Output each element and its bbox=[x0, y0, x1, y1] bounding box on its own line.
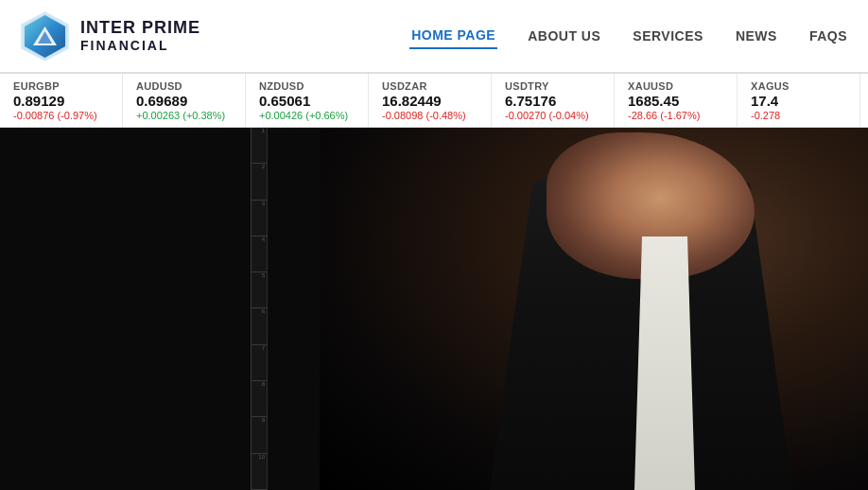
ticker-bar: EURGBP 0.89129 -0.00876 (-0.97%) AUDUSD … bbox=[0, 73, 868, 128]
ticker-change: -0.08098 (-0.48%) bbox=[382, 110, 474, 121]
ticker-change: -28.66 (-1.67%) bbox=[628, 110, 720, 121]
ticker-price: 6.75176 bbox=[505, 93, 597, 109]
ticker-change: +0.00263 (+0.38%) bbox=[136, 110, 228, 121]
logo-line2: FINANCIAL bbox=[80, 38, 200, 54]
ticker-usdtry: USDTRY 6.75176 -0.00270 (-0.04%) bbox=[492, 74, 615, 127]
ticker-change: -0.278 bbox=[751, 110, 842, 121]
ticker-symbol: EURGBP bbox=[13, 80, 105, 92]
nav-about[interactable]: ABOUT US bbox=[526, 24, 602, 48]
logo-area: INTER PRIME FINANCIAL bbox=[19, 10, 200, 62]
ticker-change: -0.00270 (-0.04%) bbox=[505, 110, 597, 121]
ticker-symbol: USDTRY bbox=[505, 80, 597, 92]
ticker-change: +0.00426 (+0.66%) bbox=[259, 110, 351, 121]
logo-line1: INTER PRIME bbox=[80, 18, 200, 39]
main-nav: HOME PAGE ABOUT US SERVICES NEWS FAQS bbox=[409, 23, 849, 49]
ticker-price: 0.65061 bbox=[259, 93, 351, 109]
logo-icon bbox=[19, 10, 71, 62]
ticker-price: 0.69689 bbox=[136, 93, 228, 109]
ticker-change: -0.00876 (-0.97%) bbox=[13, 110, 105, 121]
ticker-symbol: XAGUS bbox=[751, 80, 842, 92]
ticker-symbol: AUDUSD bbox=[136, 80, 228, 92]
ruler-marks: 1 2 3 4 5 6 7 8 9 10 bbox=[252, 128, 267, 490]
ticker-audusd: AUDUSD 0.69689 +0.00263 (+0.38%) bbox=[123, 74, 246, 127]
hero-section: 1 2 3 4 5 6 7 8 9 10 bbox=[0, 128, 868, 490]
ticker-symbol: NZDUSD bbox=[259, 80, 351, 92]
ticker-price: 1685.45 bbox=[628, 93, 720, 109]
ticker-price: 0.89129 bbox=[13, 93, 105, 109]
ticker-xauusd: XAUUSD 1685.45 -28.66 (-1.67%) bbox=[615, 74, 738, 127]
ticker-xagus: XAGUS 17.4 -0.278 bbox=[738, 74, 860, 127]
person-tie bbox=[649, 254, 679, 490]
nav-news[interactable]: NEWS bbox=[734, 24, 779, 48]
nav-home[interactable]: HOME PAGE bbox=[409, 23, 497, 49]
hero-person-image bbox=[320, 128, 868, 490]
nav-services[interactable]: SERVICES bbox=[631, 24, 705, 48]
ticker-price: 16.82449 bbox=[382, 93, 474, 109]
header: INTER PRIME FINANCIAL HOME PAGE ABOUT US… bbox=[0, 0, 868, 73]
ticker-usdzar: USDZAR 16.82449 -0.08098 (-0.48%) bbox=[369, 74, 492, 127]
ticker-nzdusd: NZDUSD 0.65061 +0.00426 (+0.66%) bbox=[246, 74, 369, 127]
ticker-symbol: XAUUSD bbox=[628, 80, 720, 92]
person-face bbox=[547, 132, 755, 279]
nav-faqs[interactable]: FAQS bbox=[807, 24, 849, 48]
ticker-symbol: USDZAR bbox=[382, 80, 474, 92]
logo-text: INTER PRIME FINANCIAL bbox=[80, 18, 200, 54]
ticker-price: 17.4 bbox=[751, 93, 842, 109]
ticker-eurgbp: EURGBP 0.89129 -0.00876 (-0.97%) bbox=[0, 74, 123, 127]
ruler-decoration: 1 2 3 4 5 6 7 8 9 10 bbox=[251, 128, 268, 490]
